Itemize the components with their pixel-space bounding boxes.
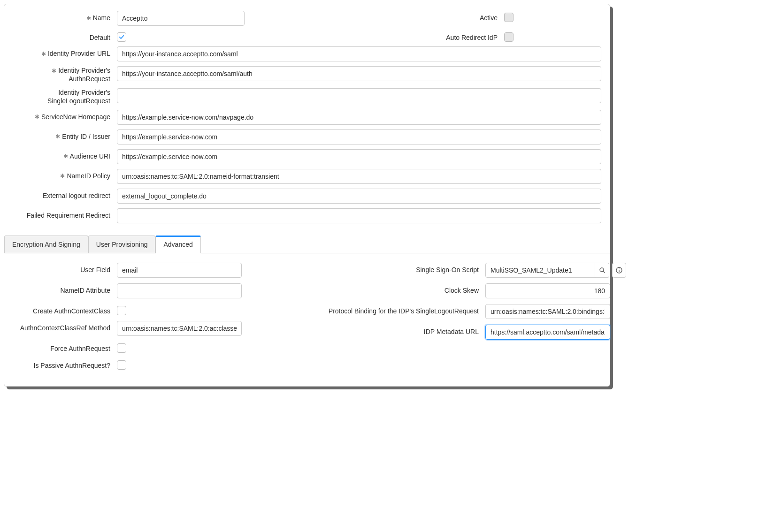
sso-script-input[interactable]: [485, 263, 595, 278]
required-icon: ✱: [35, 114, 39, 121]
idp-slo-label: Identity Provider's SingleLogoutRequest: [13, 88, 117, 105]
svg-point-4: [619, 268, 619, 269]
ext-logout-input[interactable]: [117, 189, 601, 204]
nameid-attr-input[interactable]: [117, 283, 242, 298]
active-checkbox[interactable]: [504, 13, 514, 22]
homepage-label: ✱ServiceNow Homepage: [13, 110, 117, 121]
authn-method-input[interactable]: [117, 321, 242, 336]
protocol-binding-input[interactable]: [485, 304, 610, 319]
protocol-binding-label: Protocol Binding for the IDP's SingleLog…: [307, 304, 485, 315]
default-label: Default: [13, 30, 117, 42]
sso-script-lookup-button[interactable]: [595, 263, 609, 278]
auto-redirect-label: Auto Redirect IdP: [307, 30, 504, 42]
idp-slo-input[interactable]: [117, 88, 601, 103]
clock-skew-label: Clock Skew: [307, 283, 485, 295]
entity-id-label: ✱Entity ID / Issuer: [13, 129, 117, 141]
required-icon: ✱: [55, 133, 60, 141]
create-authn-checkbox[interactable]: [117, 306, 126, 315]
clock-skew-input[interactable]: [485, 283, 610, 298]
required-icon: ✱: [86, 15, 91, 23]
idp-url-input[interactable]: [117, 46, 601, 61]
nameid-policy-label: ✱NameID Policy: [13, 169, 117, 180]
force-authn-label: Force AuthnRequest: [13, 342, 117, 353]
ext-logout-label: External logout redirect: [13, 189, 117, 200]
failed-redirect-label: Failed Requirement Redirect: [13, 208, 117, 220]
name-label: ✱Name: [13, 11, 117, 22]
form-panel: ✱Name Active Default Auto Redirect IdP: [4, 4, 610, 387]
homepage-input[interactable]: [117, 110, 601, 125]
nameid-attr-label: NameID Attribute: [13, 283, 117, 295]
is-passive-label: Is Passive AuthnRequest?: [13, 358, 117, 370]
audience-label: ✱Audience URI: [13, 149, 117, 160]
nameid-policy-input[interactable]: [117, 169, 601, 184]
authn-method-label: AuthnContextClassRef Method: [13, 321, 117, 332]
svg-line-1: [603, 271, 605, 273]
tab-encryption[interactable]: Encryption And Signing: [4, 236, 88, 253]
user-field-input[interactable]: [117, 263, 242, 278]
failed-redirect-input[interactable]: [117, 208, 601, 223]
check-icon: [118, 34, 125, 40]
required-icon: ✱: [52, 68, 56, 75]
is-passive-checkbox[interactable]: [117, 360, 126, 370]
sso-script-info-button[interactable]: [612, 263, 626, 278]
advanced-tab-content: User Field NameID Attribute Create Authn…: [4, 253, 610, 386]
tab-provisioning[interactable]: User Provisioning: [88, 236, 156, 253]
create-authn-label: Create AuthnContextClass: [13, 304, 117, 315]
default-checkbox[interactable]: [117, 32, 126, 42]
required-icon: ✱: [41, 51, 46, 58]
info-icon: [615, 266, 623, 274]
main-form: ✱Name Active Default Auto Redirect IdP: [4, 4, 610, 231]
active-label: Active: [307, 11, 504, 22]
name-input[interactable]: [117, 11, 245, 26]
tab-bar: Encryption And Signing User Provisioning…: [4, 236, 610, 253]
audience-input[interactable]: [117, 149, 601, 164]
required-icon: ✱: [63, 153, 68, 160]
force-authn-checkbox[interactable]: [117, 343, 126, 353]
sso-script-label: Single Sign-On Script: [307, 263, 485, 274]
entity-id-input[interactable]: [117, 129, 601, 144]
required-icon: ✱: [60, 173, 65, 180]
user-field-label: User Field: [13, 263, 117, 274]
idp-authn-input[interactable]: [117, 66, 601, 81]
idp-metadata-label: IDP Metadata URL: [307, 325, 485, 336]
tab-advanced[interactable]: Advanced: [155, 236, 200, 253]
idp-authn-label: ✱Identity Provider's AuthnRequest: [13, 66, 117, 83]
idp-metadata-input[interactable]: [485, 325, 610, 340]
idp-url-label: ✱Identity Provider URL: [13, 46, 117, 58]
search-icon: [598, 266, 606, 274]
auto-redirect-checkbox[interactable]: [504, 32, 514, 42]
